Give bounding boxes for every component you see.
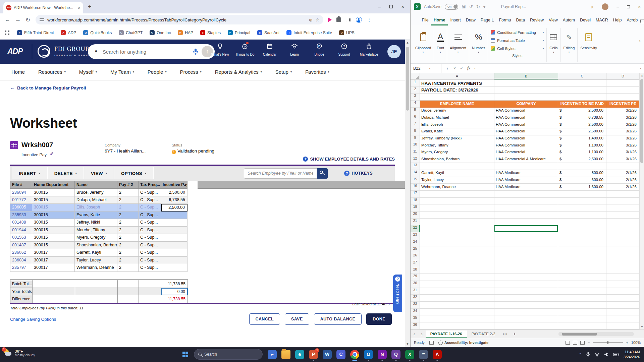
cell-c4[interactable]: INCENTIVE TO BE PAID [558, 101, 606, 108]
cell-c35[interactable] [558, 315, 606, 322]
cell-a11[interactable]: Myers, Gregory [420, 149, 494, 156]
cell-d10[interactable]: 3/1/26 [606, 142, 640, 149]
cell-d28[interactable] [606, 267, 640, 274]
hotkeys[interactable]: ? HOTKEYS [344, 171, 373, 176]
row-header-25[interactable]: 25 [411, 246, 420, 253]
header-item-marketplace[interactable]: Marketplace [358, 43, 380, 56]
column-header-incentive-pay[interactable]: Incentive Pay [161, 181, 187, 189]
cell-d8[interactable]: 3/1/26 [606, 128, 640, 135]
cell-b8[interactable]: HAA Commercial [494, 128, 558, 135]
excel-vertical-scrollbar[interactable]: ▲ ▼ [639, 73, 644, 329]
cell-incentive-pay[interactable]: 2,500.00 [161, 189, 187, 196]
cell-name[interactable]: Ellis, Joseph [75, 204, 117, 212]
quickbooks-icon[interactable]: Q [391, 350, 400, 359]
cell-incentive-pay[interactable] [161, 227, 187, 234]
cell-a27[interactable] [420, 260, 494, 267]
column-header-pay-2[interactable]: Pay # 2 [117, 181, 139, 189]
nav-item-favorites[interactable]: Favorites▾ [305, 69, 329, 75]
need-help-tab[interactable]: ? Need Help? [393, 275, 402, 312]
column-header-home-department[interactable]: Home Department [32, 181, 75, 189]
cell-a30[interactable] [420, 281, 494, 288]
weather-widget[interactable]: 1 36°F Mostly cloudy [3, 349, 35, 357]
cell-incentive-pay[interactable]: 2,500.00 [161, 204, 187, 212]
cell-c30[interactable] [558, 281, 606, 288]
cell-incentive-pay[interactable] [161, 264, 187, 272]
cell-b25[interactable] [494, 246, 558, 253]
cell-a9[interactable]: Jeffrey, Kimberly (Nikki) [420, 135, 494, 142]
row-header-32[interactable]: 32 [411, 295, 420, 302]
nav-item-myself[interactable]: Myself▾ [79, 69, 97, 75]
cell-file-number[interactable]: 001563 [10, 234, 32, 242]
table-row[interactable]: 235933300015Evans, Katie2C - Sup... [10, 212, 187, 219]
cell-b20[interactable] [494, 212, 558, 219]
cell-d24[interactable] [606, 239, 640, 246]
row-header-28[interactable]: 28 [411, 267, 420, 274]
undo-icon[interactable]: ↺ [469, 4, 473, 9]
cell-pay-number[interactable]: 2 [117, 196, 139, 204]
cell-pay-number[interactable]: 2 [117, 212, 139, 219]
excel-user-avatar[interactable] [602, 3, 608, 10]
bookmark-adp[interactable]: AADP [61, 30, 76, 35]
profile-icon[interactable] [356, 17, 362, 23]
powerpoint-icon[interactable]: P1 [309, 350, 318, 359]
cell-b34[interactable] [494, 309, 558, 316]
cell-tax-frequency[interactable]: C - Sup... [139, 189, 161, 196]
row-header-27[interactable]: 27 [411, 260, 420, 267]
cell-file-number[interactable]: 236094 [10, 189, 32, 196]
cell-d12[interactable]: 3/1/26 [606, 156, 640, 163]
document-title[interactable]: Payroll Rep... [501, 4, 526, 9]
cell-name[interactable]: Bruce, Jeremy [75, 189, 117, 196]
totals-value[interactable]: 0.00 [161, 288, 188, 296]
cell-a32[interactable] [420, 295, 494, 302]
chrome-icon[interactable] [350, 350, 359, 359]
normal-view-icon[interactable] [566, 341, 570, 345]
cell-b19[interactable] [494, 204, 558, 212]
row-header-22[interactable]: 22 [411, 225, 420, 232]
global-search-input[interactable] [103, 49, 190, 55]
start-button[interactable] [179, 349, 191, 360]
ribbon-tab-help[interactable]: Help [610, 18, 624, 25]
cell-b4[interactable]: COMPANY [494, 101, 558, 108]
close-button[interactable]: × [401, 4, 404, 9]
cell-a20[interactable] [420, 212, 494, 219]
format-as-table-button[interactable]: Format as Table▾ [491, 37, 544, 44]
nav-item-home[interactable]: Home [11, 69, 25, 75]
bookmark-fifth-third-direct[interactable]: FFifth Third Direct [17, 30, 54, 35]
excel-maximize-button[interactable] [627, 5, 630, 8]
cell-a13[interactable] [420, 163, 494, 170]
cell-d29[interactable] [606, 274, 640, 281]
cell-c16[interactable]: $1,600.00 [558, 184, 606, 191]
copilot-icon[interactable]: C [336, 350, 345, 359]
cell-c33[interactable] [558, 302, 606, 309]
word-icon[interactable]: W [323, 350, 332, 359]
row-header-17[interactable]: 17 [411, 191, 420, 198]
row-header-24[interactable]: 24 [411, 239, 420, 246]
nav-item-reports-analytics[interactable]: Reports & Analytics▾ [215, 69, 262, 75]
cell-c9[interactable]: $1,400.00 [558, 135, 606, 142]
cell-d31[interactable] [606, 288, 640, 295]
row-header-4[interactable]: 4 [411, 101, 420, 108]
nav-item-people[interactable]: People▾ [148, 69, 167, 75]
cell-b10[interactable]: HAA Commercial [494, 142, 558, 149]
cell-d15[interactable]: 2/1/26 [606, 177, 640, 184]
cell-d5[interactable]: 3/1/26 [606, 108, 640, 115]
new-sheet-button[interactable]: + [511, 331, 519, 337]
ribbon-tab-draw[interactable]: Draw [463, 18, 478, 25]
cell-d22[interactable] [606, 225, 640, 232]
cell-name[interactable]: Morche, Tiffany [75, 227, 117, 234]
row-header-9[interactable]: 9 [411, 135, 420, 142]
row-header-18[interactable]: 18 [411, 198, 420, 205]
adp-extension-icon[interactable] [328, 17, 332, 22]
more-icon[interactable]: ⋮ [445, 66, 449, 71]
cell-incentive-pay[interactable] [161, 257, 187, 264]
header-item-learn[interactable]: Learn [283, 43, 306, 56]
cell-d1[interactable] [606, 80, 640, 87]
cell-d33[interactable] [606, 302, 640, 309]
bookmark-quickbooks[interactable]: QQuickBooks [83, 30, 112, 35]
table-row[interactable]: 001488300015Jeffrey, Nikki2C - Sup... [10, 219, 187, 227]
cell-a35[interactable] [420, 315, 494, 322]
cell-d16[interactable]: 2/1/26 [606, 184, 640, 191]
row-header-19[interactable]: 19 [411, 204, 420, 212]
cell-d20[interactable] [606, 212, 640, 219]
cell-incentive-pay[interactable] [161, 249, 187, 257]
